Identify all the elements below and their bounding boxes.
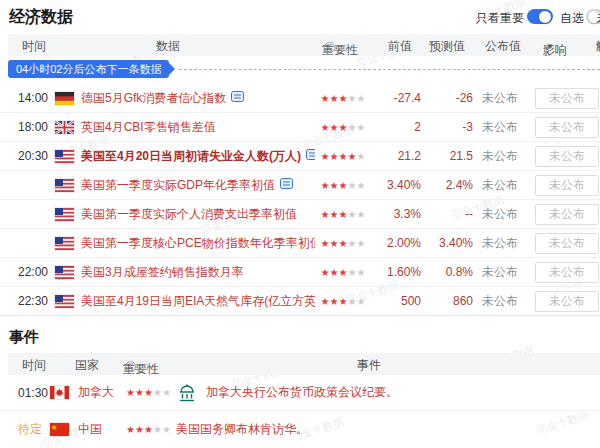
data-rows: 14:00 德国5月Gfk消费者信心指数 ★★★★★ -27.4 -26 未公布… bbox=[0, 84, 600, 316]
col-clipped: 解读 bbox=[596, 38, 600, 55]
event-text[interactable]: 美国国务卿布林肯访华。 bbox=[176, 421, 308, 438]
indicator-name[interactable]: 英国4月CBI零售销售差值 bbox=[81, 119, 216, 136]
col-published: 公布值 bbox=[485, 38, 521, 55]
importance-stars: ★★★★★ bbox=[315, 209, 371, 220]
col-country: 国家 bbox=[75, 357, 99, 374]
indicator-name[interactable]: 美国第一季度实际个人消费支出季率初值 bbox=[81, 206, 297, 223]
important-only-toggle[interactable] bbox=[527, 9, 553, 24]
table-row: 18:00 英国4月CBI零售销售差值 ★★★★★ 2 -3 未公布 未公布 bbox=[0, 113, 600, 142]
prev-value: 3.40% bbox=[371, 178, 421, 192]
prev-value: 2.00% bbox=[371, 236, 421, 250]
economic-calendar-page: Ⓠ金十数据 Ⓠ金十数据 Ⓠ金十数据 Ⓠ金十数据 Ⓠ金十数据 Ⓠ金十数据 Ⓠ金十数… bbox=[0, 0, 600, 448]
event-text[interactable]: 加拿大央行公布货币政策会议纪要。 bbox=[206, 384, 398, 401]
importance-stars: ★★★★★ bbox=[126, 387, 176, 398]
indicator-name[interactable]: 德国5月Gfk消费者信心指数 bbox=[81, 90, 226, 107]
china-flag-icon bbox=[50, 423, 70, 436]
importance-stars: ★★★★★ bbox=[315, 180, 371, 191]
interpretation-doc-icon[interactable] bbox=[231, 90, 244, 106]
indicator-name[interactable]: 美国至4月19日当周EIA天然气库存(亿立方英尺) bbox=[81, 293, 315, 310]
impact-button[interactable]: 未公布 bbox=[535, 291, 599, 312]
event-row: 01:30 加拿大 ★★★★★ 加拿大央行公布货币政策会议纪要。 bbox=[0, 375, 600, 411]
table-row: 20:30 美国至4月20日当周初请失业金人数(万人) ★★★★★ 21.2 2… bbox=[0, 142, 600, 171]
row-time: 20:30 bbox=[0, 149, 55, 163]
toggle-knob bbox=[539, 11, 551, 23]
col-time: 时间 bbox=[22, 38, 46, 55]
us-flag-icon bbox=[55, 266, 75, 279]
canada-flag-icon bbox=[50, 386, 70, 399]
forecast-value: 0.8% bbox=[421, 265, 473, 279]
us-flag-icon bbox=[55, 179, 75, 192]
page-title: 经济数据 bbox=[9, 7, 73, 28]
table-row: 美国第一季度实际个人消费支出季率初值 ★★★★★ 3.3% -- 未公布 未公布 bbox=[0, 200, 600, 229]
impact-button[interactable]: 未公布 bbox=[535, 146, 599, 167]
event-row: 待定 中国 ★★★★★ 美国国务卿布林肯访华。 bbox=[0, 411, 600, 447]
importance-stars: ★★★★★ bbox=[315, 296, 371, 307]
info-icon[interactable]: i bbox=[125, 361, 136, 372]
published-value: 未公布 bbox=[473, 206, 527, 223]
us-flag-icon bbox=[55, 150, 75, 163]
col-event: 事件 bbox=[357, 357, 381, 374]
interpretation-doc-icon[interactable] bbox=[306, 148, 315, 164]
top-bar: 经济数据 只看重要 自选 未 bbox=[0, 0, 600, 32]
us-flag-icon bbox=[55, 208, 75, 221]
indicator-name[interactable]: 美国至4月20日当周初请失业金人数(万人) bbox=[81, 148, 301, 165]
published-value: 未公布 bbox=[473, 235, 527, 252]
info-icon[interactable]: i bbox=[324, 42, 335, 53]
central-bank-icon bbox=[176, 382, 198, 404]
impact-button[interactable]: 未公布 bbox=[535, 117, 599, 138]
published-value: 未公布 bbox=[473, 293, 527, 310]
published-value: 未公布 bbox=[473, 177, 527, 194]
importance-stars: ★★★★★ bbox=[315, 93, 371, 104]
published-value: 未公布 bbox=[473, 90, 527, 107]
table-row: 22:30 美国至4月19日当周EIA天然气库存(亿立方英尺) ★★★★★ 50… bbox=[0, 287, 600, 316]
forecast-value: 2.4% bbox=[421, 178, 473, 192]
importance-stars: ★★★★★ bbox=[126, 424, 176, 435]
table-row: 22:00 美国3月成屋签约销售指数月率 ★★★★★ 1.60% 0.8% 未公… bbox=[0, 258, 600, 287]
impact-button[interactable]: 未公布 bbox=[535, 262, 599, 283]
table-row: 14:00 德国5月Gfk消费者信心指数 ★★★★★ -27.4 -26 未公布… bbox=[0, 84, 600, 113]
col-prev: 前值 bbox=[388, 38, 412, 55]
col-forecast: 预测值 bbox=[429, 38, 465, 55]
table-row: 美国第一季度核心PCE物价指数年化季率初值 ★★★★★ 2.00% 3.40% … bbox=[0, 229, 600, 258]
event-time: 01:30 bbox=[0, 386, 50, 400]
germany-flag-icon bbox=[55, 92, 75, 105]
col-time: 时间 bbox=[22, 357, 46, 374]
interpretation-doc-icon[interactable] bbox=[280, 177, 293, 193]
impact-button[interactable]: 未公布 bbox=[535, 175, 599, 196]
impact-button[interactable]: 未公布 bbox=[535, 88, 599, 109]
impact-button[interactable]: 未公布 bbox=[535, 233, 599, 254]
row-time: 18:00 bbox=[0, 120, 55, 134]
row-time: 22:30 bbox=[0, 294, 55, 308]
prev-value: 1.60% bbox=[371, 265, 421, 279]
uk-flag-icon bbox=[55, 121, 75, 134]
importance-stars: ★★★★★ bbox=[315, 238, 371, 249]
banner-dashed-line bbox=[179, 69, 600, 70]
forecast-value: -26 bbox=[421, 91, 473, 105]
important-only-label: 只看重要 bbox=[476, 10, 524, 27]
forecast-value: 21.5 bbox=[421, 149, 473, 163]
countdown-banner: 04小时02分后公布下一条数据 bbox=[8, 60, 169, 78]
events-table-header: 时间 国家 重要性i 事件 bbox=[8, 353, 600, 375]
importance-stars: ★★★★★ bbox=[315, 151, 371, 162]
table-row: 美国第一季度实际GDP年化季率初值 ★★★★★ 3.40% 2.4% 未公布 未… bbox=[0, 171, 600, 200]
forecast-value: -- bbox=[421, 207, 473, 221]
indicator-name[interactable]: 美国第一季度核心PCE物价指数年化季率初值 bbox=[81, 235, 315, 252]
impact-button[interactable]: 未公布 bbox=[535, 204, 599, 225]
published-value: 未公布 bbox=[473, 264, 527, 281]
importance-stars: ★★★★★ bbox=[315, 267, 371, 278]
event-time: 待定 bbox=[0, 421, 50, 438]
prev-value: 500 bbox=[371, 294, 421, 308]
favorites-label: 自选 bbox=[560, 10, 584, 27]
row-time: 14:00 bbox=[0, 91, 55, 105]
indicator-name[interactable]: 美国第一季度实际GDP年化季率初值 bbox=[81, 177, 275, 194]
importance-stars: ★★★★★ bbox=[315, 122, 371, 133]
forecast-value: -3 bbox=[421, 120, 473, 134]
prev-value: -27.4 bbox=[371, 91, 421, 105]
row-time: 22:00 bbox=[0, 265, 55, 279]
prev-value: 21.2 bbox=[371, 149, 421, 163]
published-value: 未公布 bbox=[473, 119, 527, 136]
col-data: 数据 bbox=[156, 38, 180, 55]
event-country: 中国 bbox=[78, 421, 126, 438]
indicator-name[interactable]: 美国3月成屋签约销售指数月率 bbox=[81, 264, 244, 281]
us-flag-icon bbox=[55, 237, 75, 250]
